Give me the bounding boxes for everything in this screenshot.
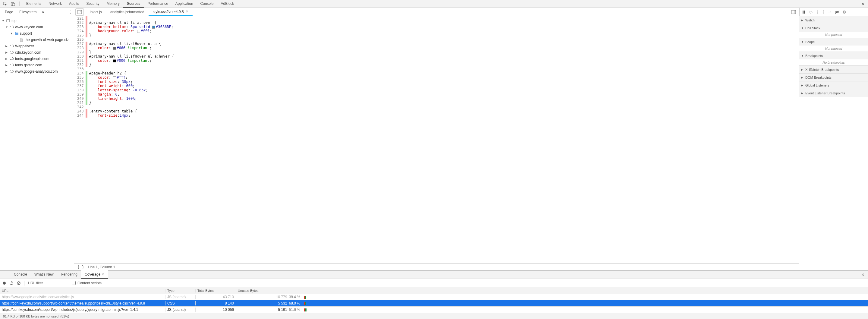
file-tab[interactable]: inject.js xyxy=(86,8,106,16)
tab-adblock[interactable]: AdBlock xyxy=(217,0,238,8)
drawer-tab-rendering[interactable]: Rendering xyxy=(57,270,81,279)
nav-more-icon[interactable]: » xyxy=(39,9,46,16)
close-drawer-icon[interactable]: ✕ xyxy=(860,272,866,277)
col-header-type[interactable]: Type xyxy=(165,289,195,292)
tree-item[interactable]: ▶fonts.gstatic.com xyxy=(0,62,74,68)
cloud-icon xyxy=(10,25,14,29)
svg-point-13 xyxy=(823,10,824,11)
cloud-icon xyxy=(10,63,14,67)
inspect-icon[interactable] xyxy=(2,1,8,7)
pretty-print-icon[interactable]: { } xyxy=(77,265,84,269)
pause-icon[interactable] xyxy=(802,10,806,14)
tree-item[interactable]: ▼top xyxy=(0,18,74,24)
svg-point-9 xyxy=(810,13,811,13)
folder-icon xyxy=(14,31,19,36)
file-icon xyxy=(19,38,24,42)
tab-sources[interactable]: Sources xyxy=(123,0,144,8)
record-icon[interactable] xyxy=(2,281,6,285)
svg-rect-19 xyxy=(844,11,845,13)
drawer-tab-what-s-new[interactable]: What's New xyxy=(31,270,57,279)
reload-icon[interactable] xyxy=(10,281,13,285)
kebab-menu-icon[interactable]: ⋮ xyxy=(852,1,858,7)
svg-rect-18 xyxy=(844,11,844,13)
code-area[interactable]: #primary-nav ul ul li a:hover { border-b… xyxy=(87,16,799,263)
editor-status-bar: { } Line 1, Column 1 xyxy=(74,263,799,270)
toggle-navigator-icon[interactable] xyxy=(75,8,84,16)
tree-item[interactable]: ▼www.keycdn.com xyxy=(0,24,74,30)
file-tree[interactable]: ▼top▼www.keycdn.com▼supportthe-growth-of… xyxy=(0,16,74,270)
tree-item[interactable]: ▶www.google-analytics.com xyxy=(0,68,74,75)
tree-item[interactable]: ▼support xyxy=(0,30,74,36)
coverage-footer: 91.4 KB of 180 KB bytes are not used. (5… xyxy=(0,313,868,319)
tab-memory[interactable]: Memory xyxy=(103,0,123,8)
debug-section-header[interactable]: ▶XHR/fetch Breakpoints xyxy=(799,66,868,73)
nav-tab-filesystem[interactable]: Filesystem xyxy=(16,8,39,16)
debug-section-header[interactable]: ▶DOM Breakpoints xyxy=(799,74,868,81)
close-devtools-icon[interactable]: ✕ xyxy=(860,1,866,7)
drawer-tab-console[interactable]: Console xyxy=(10,270,31,279)
cloud-icon xyxy=(10,69,14,74)
debug-section-header[interactable]: ▼Scope xyxy=(799,38,868,46)
tab-application[interactable]: Application xyxy=(172,0,197,8)
device-toggle-icon[interactable] xyxy=(10,1,16,7)
main-toolbar: ElementsNetworkAuditsSecurityMemorySourc… xyxy=(0,0,868,8)
drawer-tab-coverage[interactable]: Coverage✕ xyxy=(81,270,108,279)
coverage-row[interactable]: https://cdn.keycdn.com/support/wp-conten… xyxy=(0,300,868,307)
col-header-unused[interactable]: Unused Bytes xyxy=(236,289,302,292)
tree-item[interactable]: ▶cdn.keycdn.com xyxy=(0,49,74,56)
url-filter-input[interactable] xyxy=(28,281,64,285)
tab-performance[interactable]: Performance xyxy=(144,0,172,8)
svg-line-23 xyxy=(18,282,20,284)
tree-item[interactable]: ▶fonts.googleapis.com xyxy=(0,56,74,62)
debug-section-header[interactable]: ▼Breakpoints xyxy=(799,52,868,59)
svg-rect-8 xyxy=(804,10,805,13)
file-tab[interactable]: style.css?ver=4.9.8✕ xyxy=(149,8,193,16)
svg-point-21 xyxy=(3,282,6,285)
close-tab-icon[interactable]: ✕ xyxy=(186,10,188,13)
debug-section-header[interactable]: ▶Global Listeners xyxy=(799,81,868,89)
svg-rect-2 xyxy=(13,3,15,6)
pause-on-exceptions-icon[interactable] xyxy=(842,10,846,14)
step-icon[interactable] xyxy=(828,10,832,13)
debug-section-header[interactable]: ▶Watch xyxy=(799,16,868,24)
close-tab-icon[interactable]: ✕ xyxy=(101,272,104,276)
col-header-total[interactable]: Total Bytes xyxy=(195,289,236,292)
cloud-icon xyxy=(10,57,14,61)
cloud-icon xyxy=(10,50,14,55)
content-scripts-checkbox[interactable]: Content scripts xyxy=(72,281,101,285)
step-out-icon[interactable] xyxy=(822,10,825,14)
cursor-position: Line 1, Column 1 xyxy=(88,265,115,269)
drawer: ⋮ ConsoleWhat's NewRenderingCoverage✕ ✕ … xyxy=(0,270,868,319)
tab-audits[interactable]: Audits xyxy=(65,0,83,8)
drawer-menu-icon[interactable]: ⋮ xyxy=(2,272,10,277)
tab-security[interactable]: Security xyxy=(83,0,103,8)
step-into-icon[interactable] xyxy=(816,10,819,14)
debug-section-header[interactable]: ▼Call Stack xyxy=(799,24,868,32)
svg-point-15 xyxy=(832,12,832,12)
tab-console[interactable]: Console xyxy=(197,0,217,8)
svg-rect-7 xyxy=(803,10,804,13)
frame-icon xyxy=(6,19,10,23)
sources-toolbar: PageFilesystem » ⋮ inject.jsanalytics.js… xyxy=(0,8,868,16)
svg-rect-20 xyxy=(7,20,10,22)
tab-elements[interactable]: Elements xyxy=(23,0,45,8)
code-editor: 2212222232242252262272282292302312322332… xyxy=(74,16,799,270)
nav-tab-page[interactable]: Page xyxy=(2,8,16,16)
step-over-icon[interactable] xyxy=(809,10,813,14)
gutter: 2212222232242252262272282292302312322332… xyxy=(74,16,86,263)
col-header-url[interactable]: URL xyxy=(0,289,165,292)
toggle-debugger-icon[interactable] xyxy=(792,10,796,14)
coverage-row[interactable]: https://www.google-analytics.com/analyti… xyxy=(0,294,868,300)
nav-menu-icon[interactable]: ⋮ xyxy=(68,10,72,14)
tree-item[interactable]: ▶Wappalyzer xyxy=(0,43,74,49)
tree-item[interactable]: the-growth-of-web-page-siz xyxy=(0,36,74,43)
coverage-toolbar: Content scripts xyxy=(0,279,868,287)
clear-icon[interactable] xyxy=(17,281,21,285)
coverage-table: URL Type Total Bytes Unused Bytes https:… xyxy=(0,287,868,313)
deactivate-breakpoints-icon[interactable] xyxy=(835,10,839,14)
debug-section-header[interactable]: ▶Event Listener Breakpoints xyxy=(799,89,868,97)
file-tab[interactable]: analytics.js:formatted xyxy=(106,8,149,16)
tab-network[interactable]: Network xyxy=(45,0,65,8)
coverage-row[interactable]: https://cdn.keycdn.com/support/wp-includ… xyxy=(0,307,868,313)
svg-point-11 xyxy=(817,13,818,14)
